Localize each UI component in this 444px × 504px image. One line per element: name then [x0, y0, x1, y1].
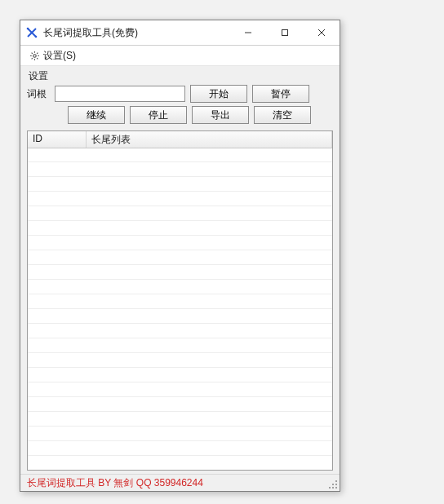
title-bar: 长尾词提取工具(免费): [20, 20, 340, 46]
close-button[interactable]: [303, 20, 340, 45]
root-input[interactable]: [55, 86, 185, 102]
table-header: ID 长尾列表: [28, 131, 332, 148]
table-row: [28, 192, 332, 206]
svg-rect-5: [282, 30, 287, 36]
table-row: [28, 368, 332, 382]
svg-point-3: [35, 36, 38, 38]
gear-icon: [29, 50, 40, 61]
svg-point-19: [335, 484, 337, 485]
status-text: 长尾词提取工具 BY 無剑 QQ 359946244: [27, 476, 203, 490]
buttons-row-2: 继续 停止 导出 清空: [27, 106, 333, 124]
svg-point-20: [329, 487, 331, 489]
column-header-id[interactable]: ID: [28, 131, 87, 148]
window-title: 长尾词提取工具(免费): [43, 26, 138, 40]
table-row: [28, 456, 332, 470]
status-bar: 长尾词提取工具 BY 無剑 QQ 359946244: [20, 474, 340, 491]
table-row: [28, 177, 332, 192]
table-row: [28, 324, 332, 338]
table-row: [28, 441, 332, 456]
root-label: 词根: [27, 87, 50, 101]
menu-bar: 设置(S): [20, 46, 340, 66]
table-row: [28, 309, 332, 324]
table-row: [28, 148, 332, 162]
export-button[interactable]: 导出: [192, 106, 249, 124]
table-row: [28, 236, 332, 250]
svg-point-2: [27, 28, 29, 30]
table-row: [28, 412, 332, 427]
maximize-button[interactable]: [266, 20, 303, 45]
svg-point-21: [332, 487, 334, 489]
svg-line-15: [37, 52, 38, 53]
svg-line-16: [31, 58, 32, 59]
table-row: [28, 353, 332, 368]
svg-point-8: [33, 54, 35, 56]
continue-button[interactable]: 继续: [68, 106, 125, 124]
table-row: [28, 382, 332, 397]
section-label: 设置: [29, 69, 333, 83]
table-row: [28, 250, 332, 265]
stop-button[interactable]: 停止: [130, 106, 187, 124]
start-button[interactable]: 开始: [190, 85, 247, 103]
table-body: [28, 148, 332, 470]
table-row: [28, 397, 332, 412]
table-row: [28, 206, 332, 221]
pause-button[interactable]: 暂停: [252, 85, 309, 103]
controls-panel: 设置 词根 开始 暂停 继续 停止 导出 清空: [20, 66, 340, 130]
table-row: [28, 294, 332, 309]
table-row: [28, 338, 332, 353]
svg-line-13: [31, 52, 32, 53]
table-row: [28, 221, 332, 236]
table-row: [28, 280, 332, 294]
results-table: ID 长尾列表: [27, 130, 333, 471]
svg-point-22: [335, 487, 337, 489]
table-row: [28, 162, 332, 177]
resize-grip-icon[interactable]: [326, 478, 338, 489]
menu-settings-label: 设置(S): [43, 49, 76, 63]
minimize-button[interactable]: [229, 20, 266, 45]
svg-point-18: [332, 484, 334, 485]
app-icon: [25, 26, 38, 39]
menu-settings[interactable]: 设置(S): [24, 47, 81, 64]
svg-point-17: [335, 480, 337, 482]
svg-line-14: [37, 58, 38, 59]
app-window: 长尾词提取工具(免费): [20, 20, 340, 492]
root-row: 词根 开始 暂停: [27, 85, 333, 103]
table-row: [28, 427, 332, 441]
column-header-list[interactable]: 长尾列表: [87, 131, 332, 148]
clear-button[interactable]: 清空: [254, 106, 311, 124]
table-row: [28, 265, 332, 280]
